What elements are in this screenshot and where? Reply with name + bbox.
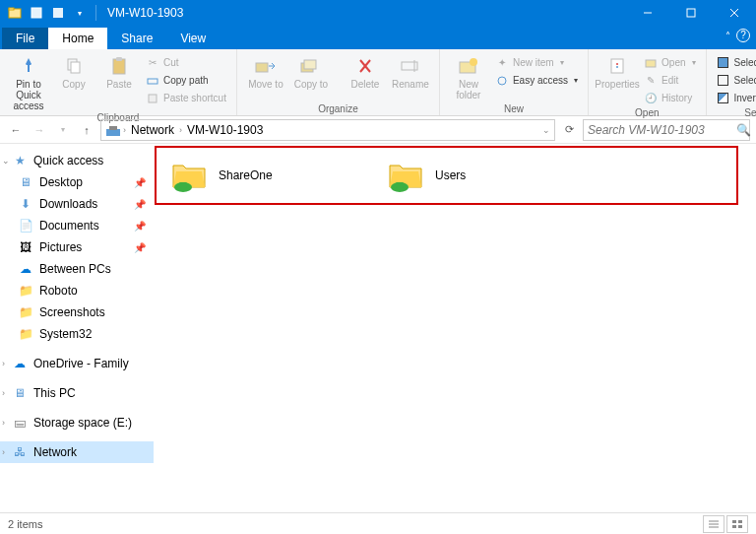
chevron-right-icon[interactable]: › (2, 359, 5, 368)
paste-icon (105, 54, 133, 78)
search-icon[interactable]: 🔍 (736, 123, 751, 137)
shared-folder-icon (169, 158, 209, 193)
nav-quick-access[interactable]: ⌄★Quick access (0, 150, 154, 171)
refresh-button[interactable]: ⟳ (559, 120, 579, 140)
qat-properties-icon[interactable] (28, 4, 45, 22)
invert-selection-button[interactable]: Invert selection (715, 90, 756, 106)
svg-rect-29 (109, 126, 117, 130)
chevron-down-icon[interactable]: ⌄ (2, 156, 10, 166)
svg-rect-10 (113, 59, 125, 74)
address-dropdown-icon[interactable]: ⌄ (542, 125, 550, 135)
ribbon-collapse-icon[interactable]: ˄ (725, 31, 730, 41)
icons-view-button[interactable] (726, 515, 748, 533)
crumb-host[interactable]: VM-W10-1903 (184, 123, 266, 137)
tab-home[interactable]: Home (48, 28, 107, 49)
explorer-icon (6, 4, 24, 22)
tab-view[interactable]: View (166, 28, 220, 49)
nav-storage[interactable]: ›🖴Storage space (E:) (0, 412, 154, 434)
paste-shortcut-icon (146, 92, 159, 105)
up-button[interactable]: ↑ (77, 120, 96, 140)
chevron-right-icon[interactable]: › (123, 125, 126, 135)
new-item-button[interactable]: ✦New item▾ (493, 54, 580, 71)
nav-screenshots[interactable]: 📁Screenshots (0, 301, 154, 323)
crumb-network[interactable]: Network (128, 123, 177, 137)
tab-file[interactable]: File (2, 28, 48, 49)
invert-icon (717, 92, 730, 105)
annotation-highlight (155, 146, 738, 205)
svg-rect-11 (116, 57, 122, 61)
edit-button[interactable]: ✎Edit (642, 72, 697, 89)
copy-path-icon (146, 74, 159, 88)
group-new: New folder ✦New item▾ Easy access▾ New (440, 49, 589, 115)
svg-rect-33 (396, 182, 404, 188)
details-view-button[interactable] (703, 515, 724, 533)
pin-icon: 📌 (134, 221, 146, 232)
forward-button[interactable]: → (30, 120, 49, 140)
nav-between-pcs[interactable]: ☁Between PCs (0, 258, 154, 280)
help-icon[interactable]: ? (736, 29, 750, 42)
select-all-button[interactable]: Select all (715, 54, 756, 71)
content-pane[interactable]: ShareOne Users (154, 144, 756, 512)
move-to-icon (252, 54, 280, 78)
chevron-right-icon[interactable]: › (2, 418, 5, 428)
back-button[interactable]: ← (6, 120, 26, 140)
group-open: Properties Open▾ ✎Edit 🕘History Open (589, 49, 706, 115)
ribbon-tabs: File Home Share View ˄ ? (0, 26, 756, 49)
paste-button[interactable]: Paste (98, 51, 140, 90)
search-box[interactable]: 🔍 (583, 119, 750, 141)
recent-dropdown[interactable]: ▾ (53, 120, 73, 140)
copy-to-button[interactable]: Copy to (290, 51, 332, 90)
nav-desktop[interactable]: 🖥Desktop📌 (0, 171, 154, 193)
paste-shortcut-button[interactable]: Paste shortcut (144, 90, 228, 106)
drive-icon: 🖴 (12, 415, 28, 431)
nav-network[interactable]: ›🖧Network (0, 441, 154, 463)
svg-rect-12 (148, 79, 158, 84)
qat-dropdown-icon[interactable]: ▾ (71, 4, 89, 22)
group-clipboard: Pin to Quick access Copy Paste ✂Cut Copy… (0, 49, 237, 115)
properties-button[interactable]: Properties (597, 51, 638, 90)
move-to-button[interactable]: Move to (245, 51, 286, 90)
nav-documents[interactable]: 📄Documents📌 (0, 215, 154, 236)
group-organize: Move to Copy to Delete Rename Organize (237, 49, 440, 115)
history-button[interactable]: 🕘History (642, 90, 697, 106)
svg-rect-39 (732, 525, 736, 528)
nav-downloads[interactable]: ⬇Downloads📌 (0, 193, 154, 215)
cut-button[interactable]: ✂Cut (144, 54, 228, 71)
delete-button[interactable]: Delete (345, 51, 386, 90)
easy-access-button[interactable]: Easy access▾ (493, 72, 580, 89)
nav-onedrive[interactable]: ›☁OneDrive - Family (0, 353, 154, 374)
group-label-organize: Organize (245, 102, 431, 114)
nav-pane: ⌄★Quick access 🖥Desktop📌 ⬇Downloads📌 📄Do… (0, 144, 154, 512)
search-input[interactable] (588, 123, 736, 137)
chevron-right-icon[interactable]: › (179, 125, 182, 135)
minimize-button[interactable] (626, 0, 669, 26)
nav-this-pc[interactable]: ›🖥This PC (0, 382, 154, 404)
pin-icon: 📌 (134, 242, 146, 253)
address-bar: ← → ▾ ↑ › Network › VM-W10-1903 ⌄ ⟳ 🔍 (0, 116, 756, 144)
chevron-right-icon[interactable]: › (2, 447, 5, 457)
svg-point-25 (616, 63, 618, 65)
copy-path-button[interactable]: Copy path (144, 72, 228, 89)
maximize-button[interactable] (669, 0, 713, 26)
star-icon: ★ (12, 153, 28, 168)
rename-button[interactable]: Rename (390, 51, 431, 90)
svg-point-23 (498, 77, 506, 85)
pictures-icon: 🖼 (18, 239, 33, 255)
svg-point-22 (470, 58, 477, 66)
select-none-icon (717, 74, 730, 88)
copy-button[interactable]: Copy (53, 51, 94, 90)
nav-roboto[interactable]: 📁Roboto (0, 280, 154, 301)
address-box[interactable]: › Network › VM-W10-1903 ⌄ (100, 119, 555, 141)
tab-share[interactable]: Share (107, 28, 166, 49)
svg-rect-1 (9, 8, 14, 10)
pin-quick-access-button[interactable]: Pin to Quick access (8, 51, 49, 111)
open-button[interactable]: Open▾ (642, 54, 697, 71)
nav-system32[interactable]: 📁System32 (0, 323, 154, 345)
close-button[interactable] (713, 0, 756, 26)
new-folder-button[interactable]: New folder (448, 51, 489, 100)
group-select: Select all Select none Invert selection … (707, 49, 756, 115)
nav-pictures[interactable]: 🖼Pictures📌 (0, 236, 154, 258)
qat-newfolder-icon[interactable] (49, 4, 67, 22)
chevron-right-icon[interactable]: › (2, 388, 5, 398)
select-none-button[interactable]: Select none (715, 72, 756, 89)
